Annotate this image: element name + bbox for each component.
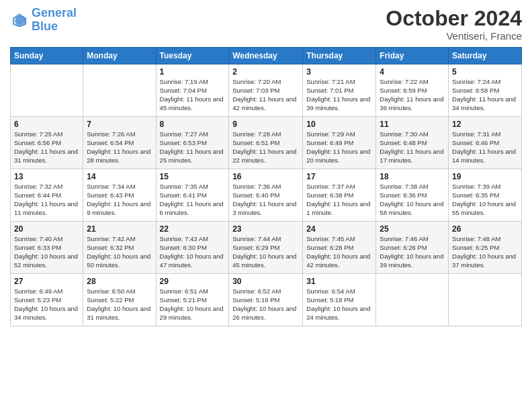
day-cell: 12Sunrise: 7:31 AM Sunset: 6:46 PM Dayli… — [449, 117, 522, 169]
day-detail: Sunrise: 7:19 AM Sunset: 7:04 PM Dayligh… — [160, 78, 226, 112]
day-detail: Sunrise: 7:20 AM Sunset: 7:03 PM Dayligh… — [232, 78, 299, 112]
day-detail: Sunrise: 6:54 AM Sunset: 5:18 PM Dayligh… — [306, 287, 372, 322]
day-number: 14 — [87, 172, 152, 181]
day-detail: Sunrise: 7:29 AM Sunset: 6:49 PM Dayligh… — [306, 130, 372, 165]
day-detail: Sunrise: 7:22 AM Sunset: 6:59 PM Dayligh… — [380, 78, 445, 112]
day-number: 19 — [452, 172, 518, 181]
day-cell: 3Sunrise: 7:21 AM Sunset: 7:01 PM Daylig… — [303, 64, 376, 117]
logo-text: General Blue — [32, 7, 77, 34]
col-header-sunday: Sunday — [11, 48, 83, 64]
day-detail: Sunrise: 7:35 AM Sunset: 6:41 PM Dayligh… — [160, 183, 226, 217]
col-header-thursday: Thursday — [303, 48, 376, 64]
day-detail: Sunrise: 7:48 AM Sunset: 6:25 PM Dayligh… — [452, 235, 518, 269]
header-row: SundayMondayTuesdayWednesdayThursdayFrid… — [11, 48, 522, 64]
logo-icon — [10, 11, 29, 30]
day-detail: Sunrise: 6:50 AM Sunset: 5:22 PM Dayligh… — [87, 287, 152, 322]
day-detail: Sunrise: 7:45 AM Sunset: 6:28 PM Dayligh… — [306, 235, 372, 269]
day-number: 8 — [160, 120, 226, 129]
day-detail: Sunrise: 7:25 AM Sunset: 6:56 PM Dayligh… — [14, 130, 79, 165]
day-detail: Sunrise: 6:51 AM Sunset: 5:21 PM Dayligh… — [160, 287, 226, 322]
col-header-friday: Friday — [376, 48, 449, 64]
logo-line2: Blue — [32, 19, 58, 33]
day-detail: Sunrise: 7:44 AM Sunset: 6:29 PM Dayligh… — [232, 235, 299, 269]
day-number: 29 — [160, 277, 226, 286]
day-number: 6 — [14, 120, 79, 129]
day-detail: Sunrise: 7:34 AM Sunset: 6:43 PM Dayligh… — [87, 183, 152, 217]
day-number: 12 — [452, 120, 518, 129]
day-detail: Sunrise: 7:38 AM Sunset: 6:36 PM Dayligh… — [380, 183, 445, 217]
day-detail: Sunrise: 7:39 AM Sunset: 6:35 PM Dayligh… — [452, 183, 518, 217]
col-header-monday: Monday — [83, 48, 156, 64]
day-cell: 30Sunrise: 6:52 AM Sunset: 5:19 PM Dayli… — [229, 274, 303, 326]
day-detail: Sunrise: 7:42 AM Sunset: 6:32 PM Dayligh… — [87, 235, 152, 269]
title-block: October 2024 Ventiseri, France — [386, 7, 522, 42]
day-number: 20 — [14, 224, 79, 234]
day-number: 24 — [306, 224, 372, 234]
month-title: October 2024 — [386, 7, 522, 30]
day-cell: 27Sunrise: 6:49 AM Sunset: 5:23 PM Dayli… — [11, 274, 83, 326]
day-number: 30 — [232, 277, 299, 286]
day-number: 22 — [160, 224, 226, 234]
day-cell: 21Sunrise: 7:42 AM Sunset: 6:32 PM Dayli… — [83, 222, 156, 274]
day-cell: 18Sunrise: 7:38 AM Sunset: 6:36 PM Dayli… — [376, 169, 449, 222]
day-cell: 11Sunrise: 7:30 AM Sunset: 6:48 PM Dayli… — [376, 117, 449, 169]
day-cell: 14Sunrise: 7:34 AM Sunset: 6:43 PM Dayli… — [83, 169, 156, 222]
day-cell: 4Sunrise: 7:22 AM Sunset: 6:59 PM Daylig… — [376, 64, 449, 117]
day-number: 7 — [87, 120, 152, 129]
day-number: 2 — [232, 67, 299, 77]
day-cell: 19Sunrise: 7:39 AM Sunset: 6:35 PM Dayli… — [449, 169, 522, 222]
day-detail: Sunrise: 7:46 AM Sunset: 6:26 PM Dayligh… — [380, 235, 445, 269]
day-cell: 10Sunrise: 7:29 AM Sunset: 6:49 PM Dayli… — [303, 117, 376, 169]
logo-line1: General — [32, 6, 77, 19]
day-detail: Sunrise: 7:21 AM Sunset: 7:01 PM Dayligh… — [306, 78, 372, 112]
week-row-1: 1Sunrise: 7:19 AM Sunset: 7:04 PM Daylig… — [11, 64, 522, 117]
day-detail: Sunrise: 7:36 AM Sunset: 6:40 PM Dayligh… — [232, 183, 299, 217]
day-number: 21 — [87, 224, 152, 234]
day-detail: Sunrise: 7:40 AM Sunset: 6:33 PM Dayligh… — [14, 235, 79, 269]
day-number: 9 — [232, 120, 299, 129]
day-cell: 7Sunrise: 7:26 AM Sunset: 6:54 PM Daylig… — [83, 117, 156, 169]
week-row-3: 13Sunrise: 7:32 AM Sunset: 6:44 PM Dayli… — [11, 169, 522, 222]
day-detail: Sunrise: 7:28 AM Sunset: 6:51 PM Dayligh… — [232, 130, 299, 165]
day-number: 26 — [452, 224, 518, 234]
day-detail: Sunrise: 7:31 AM Sunset: 6:46 PM Dayligh… — [452, 130, 518, 165]
day-number: 5 — [452, 67, 518, 77]
week-row-5: 27Sunrise: 6:49 AM Sunset: 5:23 PM Dayli… — [11, 274, 522, 326]
day-cell: 13Sunrise: 7:32 AM Sunset: 6:44 PM Dayli… — [11, 169, 83, 222]
day-cell: 29Sunrise: 6:51 AM Sunset: 5:21 PM Dayli… — [156, 274, 229, 326]
day-number: 4 — [380, 67, 445, 77]
day-cell: 9Sunrise: 7:28 AM Sunset: 6:51 PM Daylig… — [229, 117, 303, 169]
col-header-saturday: Saturday — [449, 48, 522, 64]
day-number: 3 — [306, 67, 372, 77]
day-cell: 2Sunrise: 7:20 AM Sunset: 7:03 PM Daylig… — [229, 64, 303, 117]
day-cell: 1Sunrise: 7:19 AM Sunset: 7:04 PM Daylig… — [156, 64, 229, 117]
day-cell: 28Sunrise: 6:50 AM Sunset: 5:22 PM Dayli… — [83, 274, 156, 326]
day-detail: Sunrise: 7:27 AM Sunset: 6:53 PM Dayligh… — [160, 130, 226, 165]
col-header-tuesday: Tuesday — [156, 48, 229, 64]
logo: General Blue — [10, 7, 77, 34]
calendar-table: SundayMondayTuesdayWednesdayThursdayFrid… — [10, 47, 522, 326]
day-number: 15 — [160, 172, 226, 181]
day-number: 18 — [380, 172, 445, 181]
day-detail: Sunrise: 6:49 AM Sunset: 5:23 PM Dayligh… — [14, 287, 79, 322]
header: General Blue October 2024 Ventiseri, Fra… — [10, 7, 522, 42]
day-cell: 6Sunrise: 7:25 AM Sunset: 6:56 PM Daylig… — [11, 117, 83, 169]
day-cell: 26Sunrise: 7:48 AM Sunset: 6:25 PM Dayli… — [449, 222, 522, 274]
day-number: 1 — [160, 67, 226, 77]
day-number: 23 — [232, 224, 299, 234]
day-cell: 24Sunrise: 7:45 AM Sunset: 6:28 PM Dayli… — [303, 222, 376, 274]
day-number: 27 — [14, 277, 79, 286]
day-cell — [11, 64, 83, 117]
day-cell: 31Sunrise: 6:54 AM Sunset: 5:18 PM Dayli… — [303, 274, 376, 326]
day-number: 13 — [14, 172, 79, 181]
day-cell: 5Sunrise: 7:24 AM Sunset: 6:58 PM Daylig… — [449, 64, 522, 117]
day-cell — [449, 274, 522, 326]
day-cell: 15Sunrise: 7:35 AM Sunset: 6:41 PM Dayli… — [156, 169, 229, 222]
day-detail: Sunrise: 7:37 AM Sunset: 6:38 PM Dayligh… — [306, 183, 372, 217]
day-cell: 20Sunrise: 7:40 AM Sunset: 6:33 PM Dayli… — [11, 222, 83, 274]
day-cell — [376, 274, 449, 326]
day-number: 25 — [380, 224, 445, 234]
day-cell: 23Sunrise: 7:44 AM Sunset: 6:29 PM Dayli… — [229, 222, 303, 274]
location: Ventiseri, France — [386, 30, 522, 42]
day-detail: Sunrise: 7:32 AM Sunset: 6:44 PM Dayligh… — [14, 183, 79, 217]
